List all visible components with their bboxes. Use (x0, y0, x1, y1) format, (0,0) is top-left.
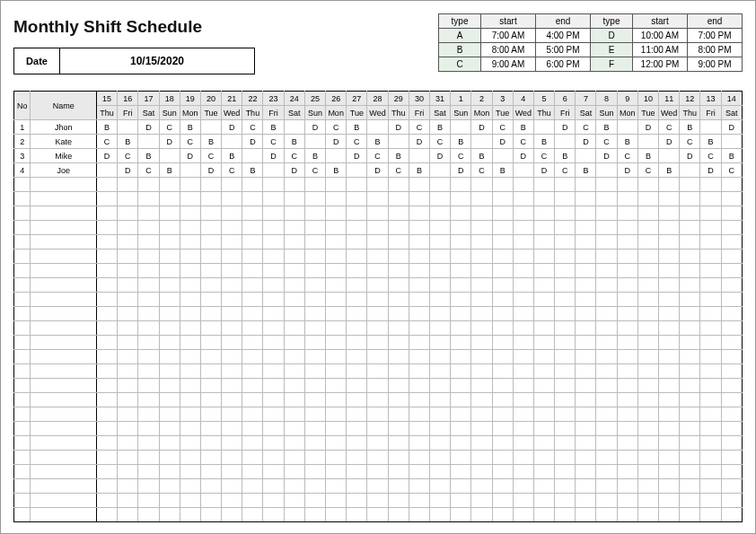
shift-type-code: E (591, 43, 633, 57)
cell-shift (492, 178, 513, 192)
shift-types-table: type start end type start end A7:00 AM4:… (438, 13, 743, 72)
cell-shift (284, 120, 304, 135)
cell-shift (263, 206, 284, 221)
cell-shift (617, 479, 637, 494)
cell-shift (576, 293, 596, 307)
cell-shift (680, 178, 700, 192)
shift-type-time: 9:00 AM (481, 57, 536, 72)
cell-shift (96, 293, 117, 307)
header-day-number: 27 (347, 92, 367, 106)
cell-shift (347, 393, 367, 407)
cell-shift (180, 350, 200, 364)
cell-shift (596, 508, 617, 522)
cell-shift (533, 336, 554, 350)
header-day-number: 15 (96, 92, 117, 106)
header-day-of-week: Fri (409, 106, 429, 120)
cell-shift (680, 221, 700, 235)
cell-shift (304, 465, 325, 479)
cell-name (31, 379, 97, 393)
cell-shift (596, 278, 617, 293)
cell-shift (617, 206, 637, 221)
cell-shift (637, 192, 658, 206)
cell-shift (533, 393, 554, 407)
cell-shift (513, 350, 533, 364)
cell-shift (159, 422, 180, 436)
cell-shift (680, 249, 700, 264)
shift-type-time: 11:00 AM (633, 43, 688, 57)
cell-shift: C (492, 120, 513, 135)
schedule-row-empty (14, 192, 743, 206)
cell-shift (555, 479, 576, 494)
header-day-of-week: Sun (596, 106, 617, 120)
cell-shift (138, 192, 159, 206)
cell-shift (118, 422, 138, 436)
cell-name: Jhon (31, 120, 97, 135)
cell-shift (409, 479, 429, 494)
cell-shift (347, 206, 367, 221)
cell-shift (242, 465, 263, 479)
cell-shift (700, 364, 721, 379)
cell-shift (242, 278, 263, 293)
cell-shift (513, 508, 533, 522)
header-day-of-week: Thu (680, 106, 700, 120)
cell-shift (471, 221, 492, 235)
cell-shift (637, 465, 658, 479)
cell-shift (222, 235, 242, 249)
cell-shift (700, 379, 721, 393)
cell-shift (200, 249, 221, 264)
cell-shift (367, 494, 388, 508)
cell-shift (138, 293, 159, 307)
cell-shift (555, 278, 576, 293)
shift-type-code: B (439, 43, 481, 57)
cell-shift (347, 336, 367, 350)
cell-name (31, 364, 97, 379)
cell-shift (451, 278, 471, 293)
cell-shift (263, 163, 284, 178)
cell-shift: C (284, 149, 304, 163)
cell-shift (617, 379, 637, 393)
cell-shift (555, 249, 576, 264)
cell-no (14, 479, 31, 494)
cell-shift (304, 293, 325, 307)
cell-shift: C (242, 120, 263, 135)
cell-shift (138, 178, 159, 192)
cell-shift (367, 120, 388, 135)
cell-shift (721, 436, 742, 451)
cell-shift (700, 479, 721, 494)
cell-shift (200, 192, 221, 206)
cell-shift (222, 364, 242, 379)
cell-shift (263, 508, 284, 522)
cell-shift (180, 393, 200, 407)
cell-shift (533, 494, 554, 508)
header-day-number: 21 (222, 92, 242, 106)
cell-shift (637, 336, 658, 350)
cell-shift: D (429, 149, 450, 163)
cell-shift (200, 178, 221, 192)
cell-shift (451, 235, 471, 249)
cell-shift (138, 364, 159, 379)
header-day-of-week: Fri (263, 106, 284, 120)
cell-name (31, 407, 97, 422)
cell-shift (492, 465, 513, 479)
cell-shift (429, 307, 450, 321)
cell-shift (304, 221, 325, 235)
cell-shift (159, 206, 180, 221)
cell-shift (700, 494, 721, 508)
cell-shift (513, 465, 533, 479)
schedule-row: 4JoeDCBDCBDCBDCBDCBDCBDCBDC (14, 163, 743, 178)
cell-shift (304, 379, 325, 393)
header-day-of-week: Mon (326, 106, 347, 120)
cell-shift (242, 350, 263, 364)
cell-shift (159, 293, 180, 307)
cell-shift: B (680, 120, 700, 135)
header-day-of-week: Fri (555, 106, 576, 120)
cell-shift (596, 465, 617, 479)
cell-shift (680, 465, 700, 479)
cell-name: Kate (31, 135, 97, 149)
cell-shift (721, 364, 742, 379)
cell-shift (263, 307, 284, 321)
cell-shift (659, 178, 680, 192)
header-day-number: 13 (700, 92, 721, 106)
cell-shift (533, 178, 554, 192)
cell-shift (347, 407, 367, 422)
